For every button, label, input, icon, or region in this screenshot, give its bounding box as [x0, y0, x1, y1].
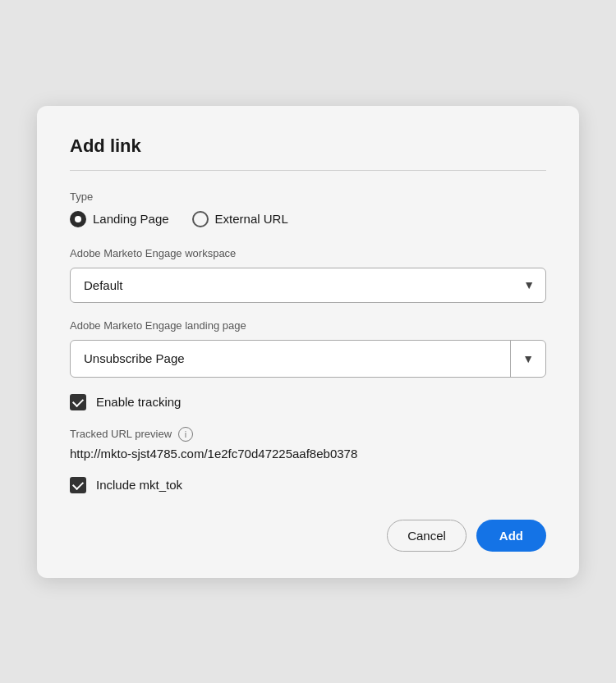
- landing-page-select[interactable]: Unsubscribe Page Home Page Contact Page: [71, 342, 510, 375]
- enable-tracking-checkbox[interactable]: [70, 394, 86, 410]
- type-radio-group: Landing Page External URL: [70, 211, 546, 227]
- workspace-section: Adobe Marketo Engage workspace Default W…: [70, 247, 546, 303]
- type-label: Type: [70, 190, 546, 203]
- dialog-title: Add link: [70, 135, 546, 157]
- tracked-url-value: http://mkto-sjst4785.com/1e2fc70d47225aa…: [70, 447, 546, 461]
- cancel-button[interactable]: Cancel: [387, 520, 467, 552]
- type-section: Type Landing Page External URL: [70, 190, 546, 227]
- include-mkt-tok-row[interactable]: Include mkt_tok: [70, 477, 546, 493]
- radio-option-landing-page[interactable]: Landing Page: [70, 211, 169, 227]
- radio-option-external-url[interactable]: External URL: [192, 211, 288, 227]
- add-link-dialog: Add link Type Landing Page External URL …: [37, 106, 579, 578]
- tracked-url-label-row: Tracked URL preview i: [70, 427, 546, 442]
- include-mkt-tok-label: Include mkt_tok: [96, 478, 182, 492]
- landing-page-section: Adobe Marketo Engage landing page Unsubs…: [70, 319, 546, 378]
- landing-page-select-wrapper: Unsubscribe Page Home Page Contact Page …: [70, 340, 546, 378]
- tracked-url-label: Tracked URL preview: [70, 428, 172, 440]
- title-divider: [70, 170, 546, 171]
- enable-tracking-label: Enable tracking: [96, 395, 181, 409]
- workspace-label: Adobe Marketo Engage workspace: [70, 247, 546, 259]
- radio-landing-page-label: Landing Page: [93, 212, 169, 226]
- dialog-footer: Cancel Add: [70, 520, 546, 552]
- workspace-select-wrapper: Default Workspace A Workspace B ▼: [70, 268, 546, 303]
- radio-external-url-label: External URL: [215, 212, 288, 226]
- enable-tracking-row[interactable]: Enable tracking: [70, 394, 546, 410]
- radio-external-url[interactable]: [192, 211, 209, 227]
- landing-page-chevron-icon[interactable]: ▼: [511, 352, 545, 365]
- include-mkt-tok-checkbox[interactable]: [70, 477, 86, 493]
- workspace-select[interactable]: Default Workspace A Workspace B: [70, 268, 546, 303]
- landing-page-label: Adobe Marketo Engage landing page: [70, 319, 546, 332]
- radio-landing-page[interactable]: [70, 211, 86, 227]
- add-button[interactable]: Add: [476, 520, 546, 552]
- info-icon[interactable]: i: [178, 427, 193, 442]
- tracked-url-section: Tracked URL preview i http://mkto-sjst47…: [70, 427, 546, 461]
